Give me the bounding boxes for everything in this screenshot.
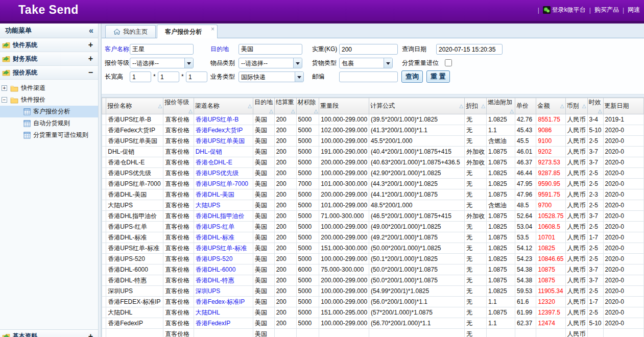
login-kwei-link[interactable]: 登录k微平台 xyxy=(543,6,586,14)
column-header-channel[interactable]: 渠道名称△ xyxy=(194,98,253,114)
quote-row[interactable]: DHL-促销直客价格DHL-促销美国2005000191.000-290.000… xyxy=(102,147,644,157)
height-input[interactable] xyxy=(186,71,207,82)
tree-node-label[interactable]: 快件渠道 xyxy=(21,84,45,92)
column-header-charge_weight[interactable]: 结算重△ xyxy=(274,98,296,114)
actual-weight-input[interactable] xyxy=(339,44,398,55)
cell-channel[interactable]: 香港DHL-标准 xyxy=(194,232,253,243)
query-date-input[interactable] xyxy=(436,44,503,55)
quote-row[interactable]: 香港UPS红单美国直客价格香港UPS红单美国美国2005000100.000-2… xyxy=(102,136,644,147)
tree-leaf-auto-split-rules[interactable]: 自动分货规则 xyxy=(0,117,98,129)
quote-grade-select[interactable]: --请选择-- xyxy=(130,58,194,68)
buy-product-link[interactable]: 购买产品 xyxy=(594,6,619,14)
sort-icon[interactable]: △ xyxy=(158,103,162,109)
quote-row[interactable]: 香港DHL-标准直客价格香港DHL-标准美国2005000200.000-299… xyxy=(102,232,644,243)
cell-channel[interactable]: 香港仓DHL-E xyxy=(194,157,253,168)
cell-channel[interactable]: 香港UPS红单-标准 xyxy=(194,243,253,254)
column-header-name[interactable]: 报价名称△ xyxy=(106,98,163,114)
tree-leaf-customer-quote-analysis[interactable]: 客户报价分析 xyxy=(0,106,98,117)
expand-plus-icon[interactable]: + xyxy=(88,41,93,49)
length-input[interactable] xyxy=(130,71,151,82)
cell-channel[interactable]: 香港UPS-红单 xyxy=(194,222,253,232)
column-header-grade[interactable]: 报价等级△ xyxy=(163,98,194,114)
quote-row[interactable]: 香港FEDEX-标准IP直客价格香港Fedex-标准IP美国2005000100… xyxy=(102,297,644,307)
cell-channel[interactable]: 香港UPS优先级 xyxy=(194,168,253,179)
column-header-discount[interactable]: 折扣△ xyxy=(464,98,486,114)
cell-channel[interactable]: 香港FedexIP xyxy=(194,318,253,329)
quote-row[interactable]: 香港FedexIP直客价格香港FedexIP美国2005000100.000-2… xyxy=(102,318,644,329)
customer-name-input[interactable] xyxy=(130,44,194,55)
quote-row[interactable]: 香港DHL指甲油价直客价格香港DHL指甲油价美国200500071.000-30… xyxy=(102,211,644,222)
dropdown-arrow-icon[interactable] xyxy=(384,58,392,68)
tree-leaf-split-weight-rounding-rules[interactable]: 分货重量可进位规则 xyxy=(0,129,98,141)
quote-row[interactable]: 大陆UPS直客价格大陆UPS美国2005000101.000-299.00048… xyxy=(102,200,644,211)
cell-channel[interactable]: 香港DHL-特惠 xyxy=(194,275,253,286)
column-header-currency[interactable]: 币别△ xyxy=(565,98,587,114)
column-header-fuel[interactable]: 燃油附加△ xyxy=(486,98,515,114)
cell-channel[interactable]: DHL-促销 xyxy=(194,147,253,157)
sort-icon[interactable]: △ xyxy=(248,103,252,109)
destination-input[interactable] xyxy=(238,44,302,55)
cell-channel[interactable]: 香港DHL-6000 xyxy=(194,264,253,275)
quote-row[interactable]: 香港UPS红单-B直客价格香港UPS红单-B美国2005000100.000-2… xyxy=(102,114,644,125)
tree-leaf-label[interactable]: 客户报价分析 xyxy=(33,107,70,116)
sort-icon[interactable]: △ xyxy=(481,103,485,109)
tree-leaf-label[interactable]: 自动分货规则 xyxy=(33,119,70,128)
quote-row[interactable]: 香港UPS-520直客价格香港UPS-520美国2005000100.000-2… xyxy=(102,254,644,264)
sidebar-section-finance[interactable]: 财务系统 + xyxy=(0,52,98,66)
postcode-input[interactable] xyxy=(339,71,398,82)
quote-row[interactable]: 直客价格美国无人民币 xyxy=(102,329,644,337)
quote-row[interactable]: 香港UPS红单-标准直客价格香港UPS红单-标准美国2005000151.000… xyxy=(102,243,644,254)
sidebar-section-express[interactable]: 快件系统 + xyxy=(0,38,98,52)
quote-row[interactable]: 香港UPS红单-7000直客价格香港UPS红单-7000美国2007000101… xyxy=(102,179,644,189)
quote-row[interactable]: 香港DHL-美国直客价格香港DHL-美国美国2005000200.000-299… xyxy=(102,189,644,200)
net-speed-link[interactable]: 网速 xyxy=(628,6,640,14)
expand-plus-icon[interactable]: + xyxy=(88,55,93,63)
cell-channel[interactable]: 大陆DHL xyxy=(194,307,253,318)
tab-customer-quote-analysis[interactable]: 客户报价分析 × xyxy=(157,25,218,38)
split-weight-rounding-checkbox[interactable] xyxy=(445,59,452,66)
reset-button[interactable]: 重 置 xyxy=(426,70,450,83)
sort-icon[interactable]: △ xyxy=(314,108,318,114)
tab-my-homepage[interactable]: 我的主页 xyxy=(105,25,156,38)
quote-row[interactable]: 深圳UPS直客价格深圳UPS美国2005000100.000-299.000(5… xyxy=(102,286,644,297)
cell-channel[interactable]: 香港DHL指甲油价 xyxy=(194,211,253,222)
tree-node-label[interactable]: 快件报价 xyxy=(21,95,45,104)
dropdown-arrow-icon[interactable] xyxy=(293,58,302,68)
expand-plus-icon[interactable]: + xyxy=(88,332,93,337)
column-header-amount[interactable]: 金额△ xyxy=(536,98,565,114)
quote-row[interactable]: 大陆DHL直客价格大陆DHL美国2005000151.000-295.000(5… xyxy=(102,307,644,318)
cell-channel[interactable]: 深圳UPS xyxy=(194,286,253,297)
quote-row[interactable]: 香港Fedex大货IP直客价格香港Fedex大货IP美国2005000102.0… xyxy=(102,125,644,136)
quote-row[interactable]: 香港UPS优先级直客价格香港UPS优先级美国2005000100.000-299… xyxy=(102,168,644,179)
tree-node-express-quote[interactable]: − 快件报价 xyxy=(0,94,98,106)
cell-channel[interactable]: 香港UPS-520 xyxy=(194,254,253,264)
tree-node-express-channel[interactable]: + 快件渠道 xyxy=(0,82,98,94)
quote-row[interactable]: 香港DHL-6000直客价格香港DHL-6000美国200600075.000-… xyxy=(102,264,644,275)
cell-channel[interactable]: 大陆UPS xyxy=(194,200,253,211)
cell-channel[interactable]: 香港DHL-美国 xyxy=(194,189,253,200)
column-header-formula[interactable]: 计算公式△ xyxy=(369,98,465,114)
quote-row[interactable]: 香港DHL-特惠直客价格香港DHL-特惠美国2005000200.000-299… xyxy=(102,275,644,286)
search-button[interactable]: 查询 xyxy=(401,70,423,83)
cell-channel[interactable]: 香港Fedex大货IP xyxy=(194,125,253,136)
sidebar-section-basic-data[interactable]: 基本资料 + xyxy=(0,329,98,337)
business-type-select[interactable]: 国际快递 xyxy=(238,71,304,82)
close-tab-icon[interactable]: × xyxy=(211,26,214,33)
dropdown-arrow-icon[interactable] xyxy=(295,72,303,82)
cell-channel[interactable]: 香港UPS红单美国 xyxy=(194,136,253,147)
sort-icon[interactable]: △ xyxy=(560,103,564,109)
tree-leaf-label[interactable]: 分货重量可进位规则 xyxy=(33,131,88,139)
sort-icon[interactable]: △ xyxy=(188,108,193,114)
item-type-select[interactable]: --请选择-- xyxy=(238,58,302,68)
sort-icon[interactable]: △ xyxy=(598,108,602,114)
cargo-type-select[interactable]: 包裹 xyxy=(339,58,393,68)
column-header-dest[interactable]: 目的地△ xyxy=(253,98,275,114)
column-header-vol_divisor[interactable]: 材积除△ xyxy=(296,98,319,114)
width-input[interactable] xyxy=(158,71,179,82)
quote-row[interactable]: 香港UPS-红单直客价格香港UPS-红单美国2005000100.000-299… xyxy=(102,222,644,232)
sort-icon[interactable]: △ xyxy=(291,108,295,114)
collapse-sidebar-icon[interactable]: « xyxy=(89,27,93,35)
collapse-minus-icon[interactable]: − xyxy=(88,68,93,77)
cell-channel[interactable]: 香港UPS红单-7000 xyxy=(194,179,253,189)
collapse-minus-icon[interactable]: − xyxy=(2,97,7,103)
